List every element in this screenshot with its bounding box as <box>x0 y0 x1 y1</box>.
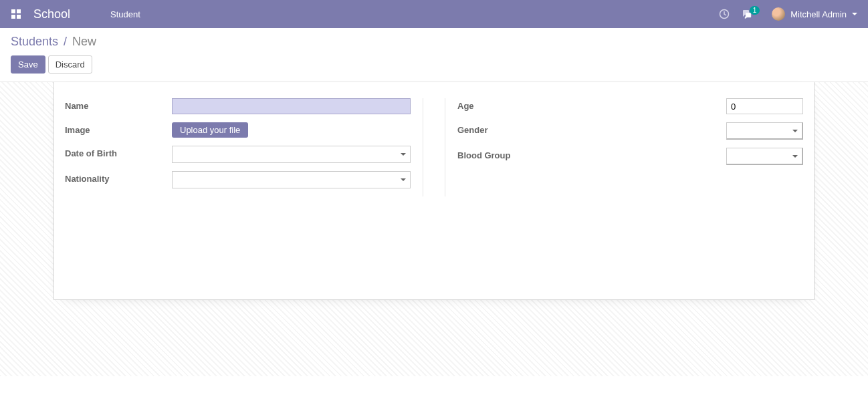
save-button[interactable]: Save <box>11 55 45 74</box>
nationality-input[interactable] <box>172 171 411 188</box>
upload-button[interactable]: Upload your file <box>172 122 248 138</box>
messages-badge: 1 <box>750 6 760 15</box>
brand-title[interactable]: School <box>33 7 70 21</box>
dob-input[interactable] <box>172 146 411 163</box>
nationality-label: Nationality <box>65 171 172 184</box>
age-label: Age <box>457 98 564 111</box>
breadcrumb-parent[interactable]: Students <box>11 35 58 48</box>
breadcrumb-separator: / <box>64 35 67 48</box>
gender-select[interactable] <box>726 122 803 140</box>
name-label: Name <box>65 98 172 111</box>
discard-button[interactable]: Discard <box>48 55 92 74</box>
gender-label: Gender <box>457 122 564 135</box>
messages-icon[interactable]: 1 <box>742 9 760 19</box>
svg-rect-0 <box>11 9 15 13</box>
user-menu[interactable]: Mitchell Admin <box>772 7 857 21</box>
svg-rect-2 <box>11 15 15 19</box>
age-input[interactable] <box>726 98 803 114</box>
avatar <box>772 7 785 21</box>
svg-rect-1 <box>17 9 21 13</box>
activities-icon[interactable] <box>719 9 730 19</box>
main-area: Name Image Upload your file Date of Birt… <box>0 82 868 376</box>
control-panel: Students / New Save Discard <box>0 28 868 82</box>
image-label: Image <box>65 122 172 135</box>
breadcrumb: Students / New <box>11 35 857 49</box>
action-buttons: Save Discard <box>11 55 857 74</box>
breadcrumb-current: New <box>72 35 96 48</box>
navbar: School Student 1 Mitchell Admin <box>0 0 868 28</box>
username: Mitchell Admin <box>790 9 847 19</box>
apps-icon[interactable] <box>11 9 21 19</box>
svg-rect-3 <box>17 15 21 19</box>
chevron-down-icon <box>852 13 857 15</box>
nav-right: 1 Mitchell Admin <box>719 7 857 21</box>
blood-label: Blood Group <box>457 148 564 160</box>
form-sheet: Name Image Upload your file Date of Birt… <box>53 82 815 300</box>
form-column-right: Age Gender Blood Group <box>445 98 803 196</box>
dob-label: Date of Birth <box>65 146 172 158</box>
form-column-left: Name Image Upload your file Date of Birt… <box>65 98 423 196</box>
name-input[interactable] <box>172 98 411 114</box>
blood-group-select[interactable] <box>726 148 803 165</box>
menu-student[interactable]: Student <box>110 9 140 19</box>
